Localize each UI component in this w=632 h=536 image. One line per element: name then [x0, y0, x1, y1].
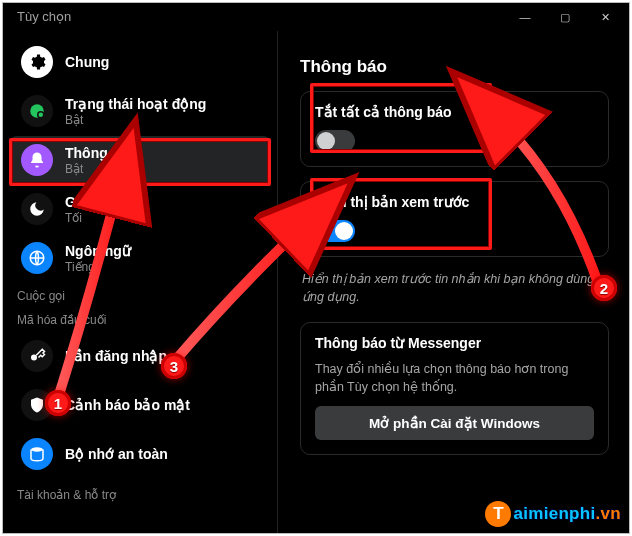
annotation-arrows — [3, 3, 630, 534]
watermark-logo-icon: T — [485, 501, 511, 527]
watermark: T aimienphi.vn — [485, 501, 621, 527]
watermark-text: aimienphi.vn — [513, 504, 621, 524]
